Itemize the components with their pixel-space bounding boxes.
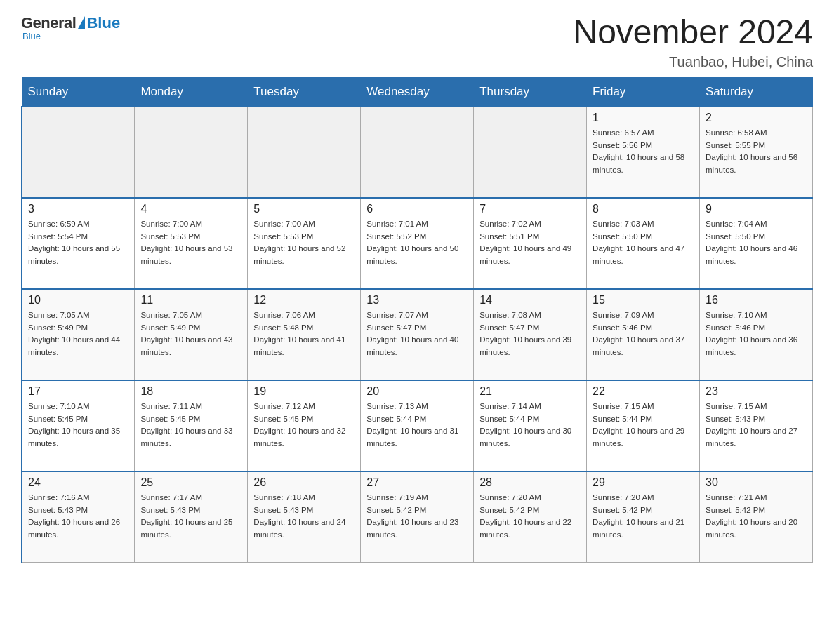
- day-number: 23: [706, 385, 807, 398]
- calendar-week-row: 24Sunrise: 7:16 AMSunset: 5:43 PMDayligh…: [22, 471, 813, 563]
- calendar-title: November 2024: [573, 14, 813, 51]
- day-number: 12: [253, 294, 355, 307]
- weekday-header: Monday: [135, 77, 248, 107]
- weekday-header: Thursday: [474, 77, 587, 107]
- day-number: 25: [140, 476, 241, 489]
- title-area: November 2024 Tuanbao, Hubei, China: [573, 14, 813, 70]
- weekday-header-row: SundayMondayTuesdayWednesdayThursdayFrid…: [22, 77, 813, 107]
- day-number: 17: [28, 385, 128, 398]
- day-info: Sunrise: 7:02 AMSunset: 5:51 PMDaylight:…: [479, 218, 581, 268]
- day-info: Sunrise: 7:13 AMSunset: 5:44 PMDaylight:…: [366, 401, 468, 450]
- day-number: 16: [706, 294, 807, 307]
- calendar-cell: 15Sunrise: 7:09 AMSunset: 5:46 PMDayligh…: [587, 289, 700, 380]
- day-info: Sunrise: 7:08 AMSunset: 5:47 PMDaylight:…: [479, 309, 581, 359]
- day-number: 9: [706, 203, 807, 215]
- day-info: Sunrise: 7:21 AMSunset: 5:42 PMDaylight:…: [706, 492, 807, 542]
- calendar-cell: 24Sunrise: 7:16 AMSunset: 5:43 PMDayligh…: [22, 471, 135, 563]
- day-info: Sunrise: 7:20 AMSunset: 5:42 PMDaylight:…: [479, 492, 581, 542]
- calendar-cell: 5Sunrise: 7:00 AMSunset: 5:53 PMDaylight…: [248, 198, 361, 289]
- day-number: 15: [593, 294, 694, 307]
- calendar-cell: 11Sunrise: 7:05 AMSunset: 5:49 PMDayligh…: [135, 289, 248, 380]
- day-info: Sunrise: 7:12 AMSunset: 5:45 PMDaylight:…: [253, 401, 355, 450]
- day-info: Sunrise: 7:00 AMSunset: 5:53 PMDaylight:…: [140, 218, 241, 268]
- day-number: 6: [366, 203, 468, 215]
- calendar-table: SundayMondayTuesdayWednesdayThursdayFrid…: [21, 77, 813, 563]
- calendar-subtitle: Tuanbao, Hubei, China: [573, 54, 813, 70]
- day-number: 10: [28, 294, 128, 307]
- day-info: Sunrise: 6:59 AMSunset: 5:54 PMDaylight:…: [28, 218, 128, 268]
- weekday-header: Saturday: [700, 77, 813, 107]
- calendar-cell: [22, 107, 135, 198]
- day-number: 1: [593, 112, 694, 124]
- calendar-cell: [474, 107, 587, 198]
- weekday-header: Friday: [587, 77, 700, 107]
- day-number: 26: [253, 476, 355, 489]
- day-info: Sunrise: 7:09 AMSunset: 5:46 PMDaylight:…: [593, 309, 694, 359]
- page-header: General Blue Blue November 2024 Tuanbao,…: [21, 14, 813, 70]
- day-info: Sunrise: 7:04 AMSunset: 5:50 PMDaylight:…: [706, 218, 807, 268]
- logo-general-text: General: [21, 14, 76, 32]
- day-number: 13: [366, 294, 468, 307]
- logo-blue-text: Blue: [86, 14, 120, 32]
- day-info: Sunrise: 7:17 AMSunset: 5:43 PMDaylight:…: [140, 492, 241, 542]
- calendar-cell: 14Sunrise: 7:08 AMSunset: 5:47 PMDayligh…: [474, 289, 587, 380]
- calendar-cell: [361, 107, 474, 198]
- calendar-week-row: 1Sunrise: 6:57 AMSunset: 5:56 PMDaylight…: [22, 107, 813, 198]
- calendar-cell: 21Sunrise: 7:14 AMSunset: 5:44 PMDayligh…: [474, 380, 587, 471]
- calendar-week-row: 10Sunrise: 7:05 AMSunset: 5:49 PMDayligh…: [22, 289, 813, 380]
- calendar-cell: 19Sunrise: 7:12 AMSunset: 5:45 PMDayligh…: [248, 380, 361, 471]
- day-number: 14: [479, 294, 581, 307]
- day-info: Sunrise: 7:03 AMSunset: 5:50 PMDaylight:…: [593, 218, 694, 268]
- day-info: Sunrise: 7:16 AMSunset: 5:43 PMDaylight:…: [28, 492, 128, 542]
- day-info: Sunrise: 7:06 AMSunset: 5:48 PMDaylight:…: [253, 309, 355, 359]
- calendar-cell: [248, 107, 361, 198]
- calendar-cell: 25Sunrise: 7:17 AMSunset: 5:43 PMDayligh…: [135, 471, 248, 563]
- logo-triangle-icon: [78, 16, 85, 29]
- calendar-cell: 10Sunrise: 7:05 AMSunset: 5:49 PMDayligh…: [22, 289, 135, 380]
- calendar-cell: 13Sunrise: 7:07 AMSunset: 5:47 PMDayligh…: [361, 289, 474, 380]
- day-info: Sunrise: 7:15 AMSunset: 5:43 PMDaylight:…: [706, 401, 807, 450]
- calendar-cell: 8Sunrise: 7:03 AMSunset: 5:50 PMDaylight…: [587, 198, 700, 289]
- calendar-cell: 20Sunrise: 7:13 AMSunset: 5:44 PMDayligh…: [361, 380, 474, 471]
- day-number: 24: [28, 476, 128, 489]
- day-info: Sunrise: 6:57 AMSunset: 5:56 PMDaylight:…: [593, 127, 694, 177]
- calendar-cell: 17Sunrise: 7:10 AMSunset: 5:45 PMDayligh…: [22, 380, 135, 471]
- calendar-cell: 4Sunrise: 7:00 AMSunset: 5:53 PMDaylight…: [135, 198, 248, 289]
- day-number: 30: [706, 476, 807, 489]
- calendar-cell: 9Sunrise: 7:04 AMSunset: 5:50 PMDaylight…: [700, 198, 813, 289]
- day-info: Sunrise: 7:05 AMSunset: 5:49 PMDaylight:…: [140, 309, 241, 359]
- logo: General Blue Blue: [21, 14, 120, 41]
- calendar-cell: 18Sunrise: 7:11 AMSunset: 5:45 PMDayligh…: [135, 380, 248, 471]
- day-info: Sunrise: 7:01 AMSunset: 5:52 PMDaylight:…: [366, 218, 468, 268]
- calendar-cell: 1Sunrise: 6:57 AMSunset: 5:56 PMDaylight…: [587, 107, 700, 198]
- day-info: Sunrise: 7:05 AMSunset: 5:49 PMDaylight:…: [28, 309, 128, 359]
- day-info: Sunrise: 7:11 AMSunset: 5:45 PMDaylight:…: [140, 401, 241, 450]
- calendar-cell: 26Sunrise: 7:18 AMSunset: 5:43 PMDayligh…: [248, 471, 361, 563]
- calendar-cell: 28Sunrise: 7:20 AMSunset: 5:42 PMDayligh…: [474, 471, 587, 563]
- calendar-cell: 29Sunrise: 7:20 AMSunset: 5:42 PMDayligh…: [587, 471, 700, 563]
- weekday-header: Tuesday: [248, 77, 361, 107]
- calendar-cell: 16Sunrise: 7:10 AMSunset: 5:46 PMDayligh…: [700, 289, 813, 380]
- day-info: Sunrise: 7:10 AMSunset: 5:45 PMDaylight:…: [28, 401, 128, 450]
- day-number: 29: [593, 476, 694, 489]
- day-info: Sunrise: 6:58 AMSunset: 5:55 PMDaylight:…: [706, 127, 807, 177]
- calendar-cell: 27Sunrise: 7:19 AMSunset: 5:42 PMDayligh…: [361, 471, 474, 563]
- day-number: 18: [140, 385, 241, 398]
- day-number: 5: [253, 203, 355, 215]
- calendar-cell: 23Sunrise: 7:15 AMSunset: 5:43 PMDayligh…: [700, 380, 813, 471]
- calendar-week-row: 17Sunrise: 7:10 AMSunset: 5:45 PMDayligh…: [22, 380, 813, 471]
- weekday-header: Sunday: [22, 77, 135, 107]
- day-number: 28: [479, 476, 581, 489]
- day-info: Sunrise: 7:00 AMSunset: 5:53 PMDaylight:…: [253, 218, 355, 268]
- calendar-cell: 6Sunrise: 7:01 AMSunset: 5:52 PMDaylight…: [361, 198, 474, 289]
- day-number: 11: [140, 294, 241, 307]
- weekday-header: Wednesday: [361, 77, 474, 107]
- day-number: 4: [140, 203, 241, 215]
- calendar-cell: 12Sunrise: 7:06 AMSunset: 5:48 PMDayligh…: [248, 289, 361, 380]
- day-info: Sunrise: 7:10 AMSunset: 5:46 PMDaylight:…: [706, 309, 807, 359]
- day-number: 27: [366, 476, 468, 489]
- calendar-cell: 3Sunrise: 6:59 AMSunset: 5:54 PMDaylight…: [22, 198, 135, 289]
- day-number: 3: [28, 203, 128, 215]
- day-info: Sunrise: 7:07 AMSunset: 5:47 PMDaylight:…: [366, 309, 468, 359]
- day-info: Sunrise: 7:20 AMSunset: 5:42 PMDaylight:…: [593, 492, 694, 542]
